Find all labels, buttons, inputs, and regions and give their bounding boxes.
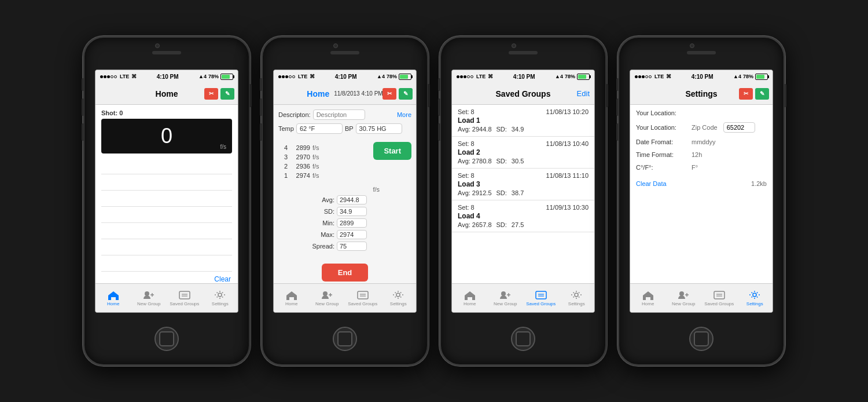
bp-input[interactable] xyxy=(356,123,402,134)
phone-newgroup: LTE ⌘ 4:10 PM ▲4 78% Home 11/8/2013 4:10… xyxy=(261,36,429,366)
spread-input[interactable] xyxy=(337,242,367,251)
tab-bar-home: Home New Group Saved Groups xyxy=(95,283,238,312)
side-button-right xyxy=(249,84,252,107)
side-button-left-mid xyxy=(438,98,440,116)
tab-newgroup[interactable]: New Group xyxy=(488,284,524,312)
group-load1[interactable]: Set: 8 11/08/13 10:20 Load 1 Avg: 2944.8… xyxy=(452,105,594,137)
home-button-inner xyxy=(694,331,709,346)
avg-input[interactable] xyxy=(337,195,367,204)
max-input[interactable] xyxy=(337,230,367,239)
side-button-left-bot xyxy=(260,123,262,141)
line6 xyxy=(101,239,232,255)
nav-icon-pen[interactable]: ✎ xyxy=(755,88,769,100)
tab-newgroup[interactable]: New Group xyxy=(131,284,167,312)
tab-newgroup[interactable]: New Group xyxy=(666,284,702,312)
nav-icon-scissors[interactable]: ✂ xyxy=(204,88,218,100)
tab-savedgroups-label: Saved Groups xyxy=(348,301,377,306)
dot1 xyxy=(100,75,103,78)
status-right: ▲4 78% xyxy=(555,74,590,80)
clear-button[interactable]: Clear xyxy=(95,272,238,283)
shot-val-1: 2974 xyxy=(290,172,310,179)
nav-icon-scissors[interactable]: ✂ xyxy=(739,88,753,100)
ng-form: Descripton: More Temp BP xyxy=(274,105,416,142)
time-format-row: Time Format: 12h xyxy=(636,151,767,158)
temp-input[interactable] xyxy=(296,123,343,134)
dot1 xyxy=(635,75,638,78)
group4-date: 11/09/13 10:30 xyxy=(546,204,589,211)
settings-tab-icon xyxy=(748,290,761,300)
tab-home[interactable]: Home xyxy=(630,284,666,312)
home-button[interactable] xyxy=(155,327,179,351)
tab-settings-label: Settings xyxy=(746,301,763,306)
signal-label: ▲4 xyxy=(733,74,741,79)
tab-home-label: Home xyxy=(464,301,476,306)
nav-bar-savedgroups: Saved Groups Edit xyxy=(452,83,594,105)
status-left: LTE ⌘ xyxy=(278,74,315,79)
side-button-left-bot xyxy=(82,123,84,141)
edit-button[interactable]: Edit xyxy=(577,89,590,98)
tab-savedgroups-active[interactable]: Saved Groups xyxy=(523,284,559,312)
time-format-label: Time Format: xyxy=(636,151,688,158)
display-value: 0 xyxy=(161,124,172,148)
tab-settings-active[interactable]: Settings xyxy=(737,284,773,312)
savedgroups-tab-icon xyxy=(713,290,726,300)
home-button[interactable] xyxy=(511,327,535,351)
home-tab-icon xyxy=(107,290,120,300)
group-load3[interactable]: Set: 8 11/08/13 11:10 Load 3 Avg: 2912.5… xyxy=(452,169,594,200)
group4-sd-label: SD: xyxy=(496,221,507,228)
svg-point-0 xyxy=(145,291,149,296)
nav-icon-pen[interactable]: ✎ xyxy=(399,88,413,100)
tab-savedgroups[interactable]: Saved Groups xyxy=(701,284,737,312)
group-load4[interactable]: Set: 8 11/09/13 10:30 Load 4 Avg: 2657.8… xyxy=(452,200,594,232)
tab-settings[interactable]: Settings xyxy=(559,284,595,312)
zip-code-input[interactable] xyxy=(723,122,755,133)
tab-newgroup[interactable]: New Group xyxy=(310,284,345,312)
desc-input[interactable] xyxy=(313,109,365,120)
nav-date: 11/8/2013 4:10 PM xyxy=(334,90,383,97)
tab-settings[interactable]: Settings xyxy=(381,284,417,312)
phone-top xyxy=(84,38,249,70)
clear-data-size: 1.2kb xyxy=(751,180,767,187)
phone-top xyxy=(441,38,605,70)
end-button[interactable]: End xyxy=(322,264,368,282)
group1-row1: Set: 8 11/08/13 10:20 xyxy=(458,108,589,115)
clear-data-button[interactable]: Clear Data xyxy=(636,180,667,187)
group1-sd-label: SD: xyxy=(496,126,507,133)
tab-home[interactable]: Home xyxy=(274,284,310,312)
tab-home-label: Home xyxy=(285,301,297,306)
sd-input[interactable] xyxy=(337,207,367,216)
min-label: Min: xyxy=(308,220,334,226)
tab-savedgroups-label: Saved Groups xyxy=(170,301,199,306)
nav-title-newgroup: Home xyxy=(307,89,329,98)
start-button[interactable]: Start xyxy=(373,142,411,160)
home-display: 0 f/s xyxy=(101,119,232,154)
nav-icon-pen[interactable]: ✎ xyxy=(220,88,234,100)
shot-num-1: 1 xyxy=(278,172,288,179)
svg-rect-1 xyxy=(179,291,190,299)
nav-icons: ✂ ✎ xyxy=(382,88,413,100)
tab-savedgroups[interactable]: Saved Groups xyxy=(345,284,381,312)
tab-home[interactable]: Home xyxy=(95,284,131,312)
wifi-icon: ⌘ xyxy=(310,74,315,79)
home-lines xyxy=(95,158,238,272)
screen-savedgroups: LTE ⌘ 4:10 PM ▲4 78% Saved Groups Edit xyxy=(451,70,595,313)
home-button[interactable] xyxy=(333,327,357,351)
tab-savedgroups[interactable]: Saved Groups xyxy=(167,284,203,312)
nav-icon-scissors[interactable]: ✂ xyxy=(382,88,396,100)
group2-stats: Avg: 2780.8 SD: 30.5 xyxy=(458,158,589,165)
status-right: ▲4 78% xyxy=(198,74,233,80)
dot4 xyxy=(289,75,292,78)
display-unit: f/s xyxy=(220,144,226,150)
tab-home[interactable]: Home xyxy=(452,284,488,312)
home-button[interactable] xyxy=(689,327,713,351)
dot5 xyxy=(649,75,652,78)
tab-settings[interactable]: Settings xyxy=(203,284,238,312)
more-button[interactable]: More xyxy=(397,111,411,118)
group4-name: Load 4 xyxy=(458,212,589,220)
home-tab-icon xyxy=(464,290,476,300)
side-button-left-top xyxy=(616,78,619,91)
group2-set: Set: 8 xyxy=(458,140,475,147)
group-load2[interactable]: Set: 8 11/08/13 10:40 Load 2 Avg: 2780.8… xyxy=(452,137,594,169)
min-input[interactable] xyxy=(337,218,367,228)
newgroup-tab-icon xyxy=(499,290,512,300)
